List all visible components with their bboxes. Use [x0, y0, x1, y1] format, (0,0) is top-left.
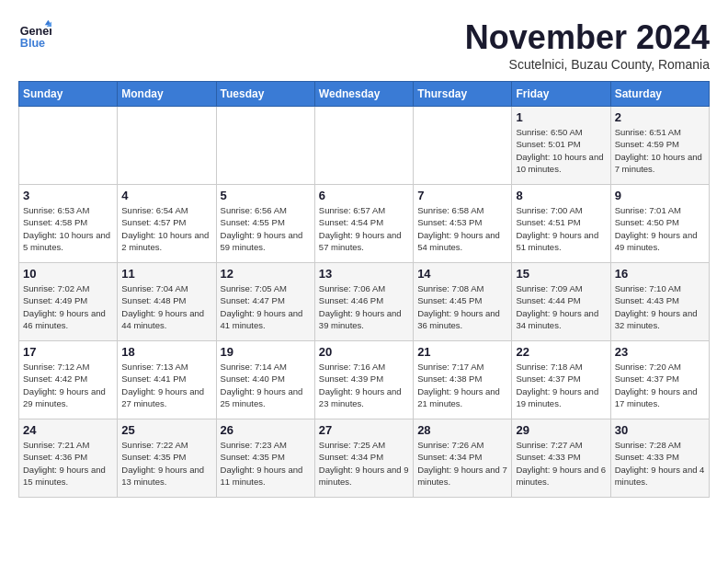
- day-number: 14: [417, 267, 507, 281]
- day-number: 13: [319, 267, 409, 281]
- day-info: Sunrise: 7:08 AM Sunset: 4:45 PM Dayligh…: [417, 282, 507, 331]
- calendar-cell: [118, 107, 216, 185]
- day-number: 18: [121, 345, 211, 359]
- day-info: Sunrise: 7:28 AM Sunset: 4:33 PM Dayligh…: [615, 439, 705, 488]
- calendar-cell: 15Sunrise: 7:09 AM Sunset: 4:44 PM Dayli…: [512, 263, 610, 341]
- day-number: 21: [417, 345, 507, 359]
- day-number: 26: [221, 423, 311, 437]
- day-info: Sunrise: 7:27 AM Sunset: 4:33 PM Dayligh…: [516, 439, 606, 488]
- calendar-cell: 26Sunrise: 7:23 AM Sunset: 4:35 PM Dayli…: [216, 419, 314, 498]
- calendar-cell: 29Sunrise: 7:27 AM Sunset: 4:33 PM Dayli…: [512, 419, 610, 498]
- day-info: Sunrise: 6:57 AM Sunset: 4:54 PM Dayligh…: [319, 204, 409, 253]
- logo-icon: General Blue: [18, 18, 51, 52]
- day-info: Sunrise: 7:05 AM Sunset: 4:47 PM Dayligh…: [221, 282, 311, 331]
- calendar-cell: 14Sunrise: 7:08 AM Sunset: 4:45 PM Dayli…: [414, 263, 512, 341]
- week-row-1: 1Sunrise: 6:50 AM Sunset: 5:01 PM Daylig…: [19, 107, 710, 185]
- logo: General Blue: [18, 18, 51, 52]
- day-number: 17: [23, 345, 113, 359]
- day-info: Sunrise: 7:00 AM Sunset: 4:51 PM Dayligh…: [516, 204, 606, 253]
- day-info: Sunrise: 6:58 AM Sunset: 4:53 PM Dayligh…: [417, 204, 507, 253]
- day-number: 12: [221, 267, 311, 281]
- day-number: 10: [23, 267, 113, 281]
- day-number: 1: [516, 110, 606, 124]
- day-info: Sunrise: 7:01 AM Sunset: 4:50 PM Dayligh…: [615, 204, 705, 253]
- calendar-cell: [314, 107, 413, 185]
- calendar-cell: 12Sunrise: 7:05 AM Sunset: 4:47 PM Dayli…: [216, 263, 314, 341]
- day-info: Sunrise: 7:12 AM Sunset: 4:42 PM Dayligh…: [23, 361, 113, 409]
- day-number: 3: [23, 189, 113, 202]
- week-row-3: 10Sunrise: 7:02 AM Sunset: 4:49 PM Dayli…: [19, 263, 710, 341]
- page-header: General Blue November 2024 Scutelnici, B…: [18, 18, 710, 72]
- week-row-2: 3Sunrise: 6:53 AM Sunset: 4:58 PM Daylig…: [19, 185, 710, 263]
- day-info: Sunrise: 6:54 AM Sunset: 4:57 PM Dayligh…: [121, 204, 211, 253]
- day-info: Sunrise: 7:13 AM Sunset: 4:41 PM Dayligh…: [121, 361, 211, 409]
- day-number: 25: [121, 423, 211, 437]
- calendar-cell: [414, 107, 512, 185]
- calendar-cell: 3Sunrise: 6:53 AM Sunset: 4:58 PM Daylig…: [19, 185, 118, 263]
- calendar-cell: 24Sunrise: 7:21 AM Sunset: 4:36 PM Dayli…: [19, 419, 118, 498]
- day-info: Sunrise: 6:53 AM Sunset: 4:58 PM Dayligh…: [23, 204, 113, 253]
- day-info: Sunrise: 7:26 AM Sunset: 4:34 PM Dayligh…: [417, 439, 507, 488]
- calendar-cell: 11Sunrise: 7:04 AM Sunset: 4:48 PM Dayli…: [118, 263, 216, 341]
- weekday-header-friday: Friday: [512, 82, 610, 107]
- calendar-cell: 8Sunrise: 7:00 AM Sunset: 4:51 PM Daylig…: [512, 185, 610, 263]
- calendar-cell: 20Sunrise: 7:16 AM Sunset: 4:39 PM Dayli…: [314, 341, 413, 419]
- day-number: 15: [516, 267, 606, 281]
- weekday-header-saturday: Saturday: [610, 82, 709, 107]
- day-info: Sunrise: 7:10 AM Sunset: 4:43 PM Dayligh…: [615, 282, 705, 331]
- day-number: 6: [319, 189, 409, 202]
- calendar-cell: 1Sunrise: 6:50 AM Sunset: 5:01 PM Daylig…: [512, 107, 610, 185]
- calendar-cell: 7Sunrise: 6:58 AM Sunset: 4:53 PM Daylig…: [414, 185, 512, 263]
- day-info: Sunrise: 7:02 AM Sunset: 4:49 PM Dayligh…: [23, 282, 113, 331]
- weekday-header-sunday: Sunday: [19, 82, 118, 107]
- day-info: Sunrise: 6:50 AM Sunset: 5:01 PM Dayligh…: [516, 126, 606, 175]
- day-info: Sunrise: 7:16 AM Sunset: 4:39 PM Dayligh…: [319, 361, 409, 409]
- day-number: 9: [615, 189, 705, 202]
- day-info: Sunrise: 7:23 AM Sunset: 4:35 PM Dayligh…: [221, 439, 311, 488]
- day-info: Sunrise: 7:22 AM Sunset: 4:35 PM Dayligh…: [121, 439, 211, 488]
- day-info: Sunrise: 7:25 AM Sunset: 4:34 PM Dayligh…: [319, 439, 409, 488]
- day-number: 28: [417, 423, 507, 437]
- week-row-5: 24Sunrise: 7:21 AM Sunset: 4:36 PM Dayli…: [19, 419, 710, 498]
- calendar-cell: [216, 107, 314, 185]
- weekday-header-row: SundayMondayTuesdayWednesdayThursdayFrid…: [19, 82, 710, 107]
- day-info: Sunrise: 6:51 AM Sunset: 4:59 PM Dayligh…: [615, 126, 705, 175]
- day-info: Sunrise: 7:18 AM Sunset: 4:37 PM Dayligh…: [516, 361, 606, 409]
- calendar-cell: 27Sunrise: 7:25 AM Sunset: 4:34 PM Dayli…: [314, 419, 413, 498]
- weekday-header-tuesday: Tuesday: [216, 82, 314, 107]
- day-number: 29: [516, 423, 606, 437]
- day-info: Sunrise: 7:06 AM Sunset: 4:46 PM Dayligh…: [319, 282, 409, 331]
- day-number: 23: [615, 345, 705, 359]
- calendar-subtitle: Scutelnici, Buzau County, Romania: [465, 57, 710, 72]
- day-info: Sunrise: 7:21 AM Sunset: 4:36 PM Dayligh…: [23, 439, 113, 488]
- calendar-cell: 19Sunrise: 7:14 AM Sunset: 4:40 PM Dayli…: [216, 341, 314, 419]
- calendar-table: SundayMondayTuesdayWednesdayThursdayFrid…: [18, 81, 710, 498]
- calendar-cell: 16Sunrise: 7:10 AM Sunset: 4:43 PM Dayli…: [610, 263, 709, 341]
- weekday-header-wednesday: Wednesday: [314, 82, 413, 107]
- calendar-cell: 13Sunrise: 7:06 AM Sunset: 4:46 PM Dayli…: [314, 263, 413, 341]
- svg-text:Blue: Blue: [20, 37, 45, 50]
- day-number: 11: [121, 267, 211, 281]
- calendar-cell: 4Sunrise: 6:54 AM Sunset: 4:57 PM Daylig…: [118, 185, 216, 263]
- day-number: 2: [615, 110, 705, 124]
- day-number: 8: [516, 189, 606, 202]
- calendar-cell: 17Sunrise: 7:12 AM Sunset: 4:42 PM Dayli…: [19, 341, 118, 419]
- day-info: Sunrise: 7:04 AM Sunset: 4:48 PM Dayligh…: [121, 282, 211, 331]
- day-info: Sunrise: 7:14 AM Sunset: 4:40 PM Dayligh…: [221, 361, 311, 409]
- day-number: 24: [23, 423, 113, 437]
- calendar-cell: 21Sunrise: 7:17 AM Sunset: 4:38 PM Dayli…: [414, 341, 512, 419]
- calendar-cell: 18Sunrise: 7:13 AM Sunset: 4:41 PM Dayli…: [118, 341, 216, 419]
- calendar-cell: 25Sunrise: 7:22 AM Sunset: 4:35 PM Dayli…: [118, 419, 216, 498]
- calendar-cell: 30Sunrise: 7:28 AM Sunset: 4:33 PM Dayli…: [610, 419, 709, 498]
- calendar-title: November 2024: [465, 18, 710, 57]
- title-section: November 2024 Scutelnici, Buzau County, …: [465, 18, 710, 72]
- calendar-cell: 5Sunrise: 6:56 AM Sunset: 4:55 PM Daylig…: [216, 185, 314, 263]
- week-row-4: 17Sunrise: 7:12 AM Sunset: 4:42 PM Dayli…: [19, 341, 710, 419]
- day-info: Sunrise: 7:17 AM Sunset: 4:38 PM Dayligh…: [417, 361, 507, 409]
- day-number: 5: [221, 189, 311, 202]
- day-number: 30: [615, 423, 705, 437]
- day-number: 19: [221, 345, 311, 359]
- day-info: Sunrise: 7:20 AM Sunset: 4:37 PM Dayligh…: [615, 361, 705, 409]
- day-number: 22: [516, 345, 606, 359]
- day-number: 4: [121, 189, 211, 202]
